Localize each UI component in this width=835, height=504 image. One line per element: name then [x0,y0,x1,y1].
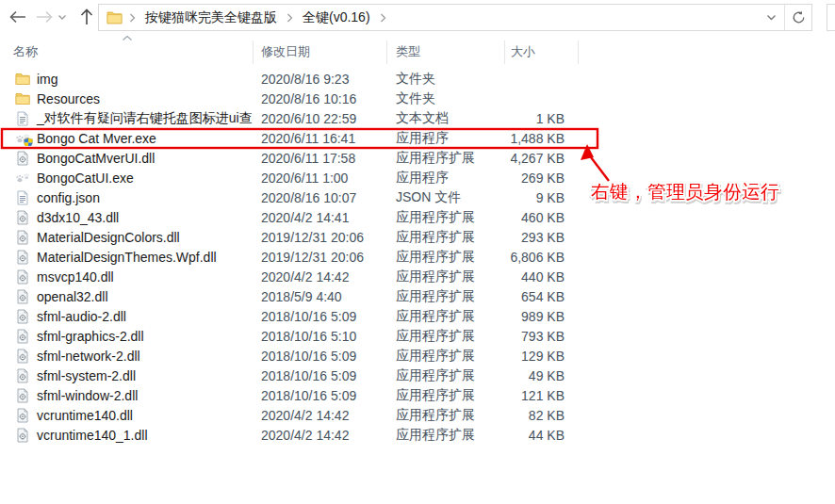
file-size: 293 KB [504,230,570,245]
breadcrumb-item-root[interactable]: 按键猫咪完美全键盘版 [142,9,280,26]
file-date-modified: 2020/6/11 1:00 [253,171,386,186]
file-size: 121 KB [504,388,570,403]
file-row[interactable]: config.json 2020/8/16 10:07 JSON 文件 9 KB [0,187,641,207]
file-name-cell[interactable]: sfml-network-2.dll [0,349,253,364]
file-name-cell[interactable]: vcruntime140.dll [0,408,253,423]
file-name-cell[interactable]: MaterialDesignThemes.Wpf.dll [0,250,253,265]
file-type: 应用程序扩展 [386,407,504,424]
file-row[interactable]: _对软件有疑问请右键托盘图标进ui查看... 2020/6/10 22:59 文… [0,108,641,128]
up-button[interactable] [74,5,99,29]
file-size: 6,806 KB [504,250,570,265]
file-row[interactable]: sfml-audio-2.dll 2018/10/16 5:09 应用程序扩展 … [0,306,641,326]
file-size: 1,488 KB [504,131,570,146]
file-row[interactable]: Resources 2020/8/16 10:16 文件夹 [0,89,641,108]
file-date-modified: 2020/8/16 10:07 [253,190,386,205]
file-type: 应用程序扩展 [386,229,504,246]
file-name-cell[interactable]: BongoCatUI.exe [0,171,253,186]
column-header-date-modified[interactable]: 修改日期 [261,40,310,64]
file-date-modified: 2020/8/16 9:23 [253,72,386,87]
file-size: 1 KB [504,111,570,126]
file-name: config.json [37,190,100,205]
file-name: Bongo Cat Mver.exe [37,131,156,146]
file-icon-slot [15,388,30,403]
file-name: MaterialDesignColors.dll [37,230,180,245]
file-name-cell[interactable]: img [0,72,253,87]
file-type: 应用程序扩展 [386,427,504,444]
file-name-cell[interactable]: MaterialDesignColors.dll [0,230,253,245]
file-row[interactable]: vcruntime140_1.dll 2020/4/2 14:42 应用程序扩展… [0,425,641,445]
file-row[interactable]: MaterialDesignColors.dll 2019/12/31 20:0… [0,227,641,247]
file-type: 应用程序扩展 [386,348,504,365]
forward-button[interactable] [32,5,57,29]
file-type: 应用程序扩展 [386,328,504,345]
refresh-button[interactable] [785,5,811,30]
file-name-cell[interactable]: sfml-window-2.dll [0,388,253,403]
file-name-cell[interactable]: Bongo Cat Mver.exe [0,131,253,146]
file-name-cell[interactable]: openal32.dll [0,289,253,304]
column-header-size[interactable]: 大小 [511,40,535,64]
file-icon-slot [15,349,30,364]
file-row[interactable]: sfml-graphics-2.dll 2018/10/16 5:10 应用程序… [0,326,641,346]
dll-icon [15,151,30,166]
column-divider[interactable] [504,41,505,64]
file-size: 49 KB [504,368,570,383]
file-list: img 2020/8/16 9:23 文件夹 Resources 2020/8/… [0,69,641,445]
file-name: sfml-system-2.dll [37,368,136,383]
file-row[interactable]: msvcp140.dll 2020/4/2 14:42 应用程序扩展 440 K… [0,267,641,286]
up-arrow-icon [80,8,93,26]
file-name-cell[interactable]: sfml-audio-2.dll [0,309,253,324]
file-name-cell[interactable]: BongoCatMverUI.dll [0,151,253,166]
file-icon-slot [15,428,30,443]
file-name-cell[interactable]: config.json [0,190,253,205]
dll-icon [15,349,30,364]
file-date-modified: 2020/4/2 14:42 [253,408,386,423]
file-name-cell[interactable]: vcruntime140_1.dll [0,428,253,443]
address-dropdown-button[interactable] [758,5,784,30]
column-divider[interactable] [578,41,579,64]
file-name-cell[interactable]: d3dx10_43.dll [0,210,253,225]
address-bar[interactable]: 按键猫咪完美全键盘版 全键(v0.16) [98,4,812,31]
file-row[interactable]: Bongo Cat Mver.exe 2020/6/11 16:41 应用程序 … [0,128,641,148]
file-icon-slot [15,329,30,344]
file-name-cell[interactable]: sfml-system-2.dll [0,368,253,383]
column-header-name[interactable]: 名称 [13,40,38,64]
file-date-modified: 2018/10/16 5:09 [253,309,386,324]
file-name: d3dx10_43.dll [37,210,119,225]
chevron-down-icon [766,14,777,22]
column-header-type[interactable]: 类型 [396,40,420,64]
file-date-modified: 2018/10/16 5:09 [253,349,386,364]
file-row[interactable]: sfml-system-2.dll 2018/10/16 5:09 应用程序扩展… [0,366,641,385]
file-icon-slot [15,250,30,265]
file-icon-slot [15,210,30,225]
file-name-cell[interactable]: _对软件有疑问请右键托盘图标进ui查看... [0,110,253,127]
file-type: 应用程序扩展 [386,209,504,226]
file-row[interactable]: sfml-network-2.dll 2018/10/16 5:09 应用程序扩… [0,346,641,366]
search-box[interactable] [827,4,835,31]
column-divider[interactable] [386,41,387,64]
file-size: 989 KB [504,309,570,324]
dll-icon [15,408,30,423]
column-divider[interactable] [253,41,254,64]
breadcrumb-item-current[interactable]: 全键(v0.16) [300,9,373,26]
file-date-modified: 2019/12/31 20:06 [253,230,386,245]
file-row[interactable]: sfml-window-2.dll 2018/10/16 5:09 应用程序扩展… [0,385,641,405]
file-size: 654 KB [504,289,570,304]
file-row[interactable]: BongoCatMverUI.dll 2020/6/11 17:58 应用程序扩… [0,148,641,168]
breadcrumb-chevron-icon [373,13,393,23]
file-icon-slot [15,368,30,383]
back-button[interactable] [6,5,30,29]
file-row[interactable]: vcruntime140.dll 2020/4/2 14:42 应用程序扩展 8… [0,405,641,425]
file-row[interactable]: MaterialDesignThemes.Wpf.dll 2019/12/31 … [0,247,641,267]
file-row[interactable]: d3dx10_43.dll 2020/4/2 14:41 应用程序扩展 460 … [0,207,641,227]
file-row[interactable]: img 2020/8/16 9:23 文件夹 [0,69,641,89]
file-size: 82 KB [504,408,570,423]
history-dropdown-button[interactable] [55,5,70,29]
file-name-cell[interactable]: sfml-graphics-2.dll [0,329,253,344]
file-type: 文件夹 [386,71,504,88]
file-icon-slot [15,289,30,304]
dll-icon [15,368,30,383]
file-name-cell[interactable]: msvcp140.dll [0,269,253,285]
file-row[interactable]: BongoCatUI.exe 2020/6/11 1:00 应用程序 269 K… [0,168,641,187]
file-name-cell[interactable]: Resources [0,91,253,106]
file-row[interactable]: openal32.dll 2018/5/9 4:40 应用程序扩展 654 KB [0,286,641,306]
